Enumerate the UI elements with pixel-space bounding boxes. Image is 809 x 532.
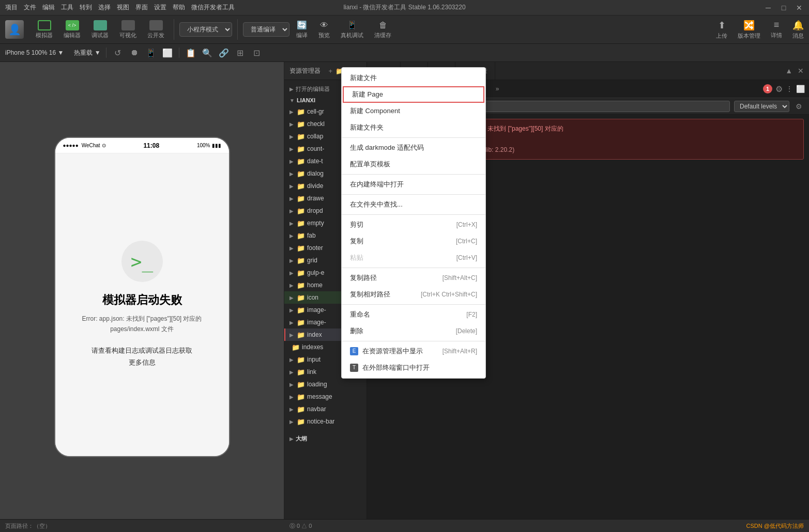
context-menu-sep bbox=[342, 268, 485, 268]
context-menu-gen-darkmode[interactable]: 生成 darkmode 适配代码 bbox=[342, 139, 485, 156]
connect-icon[interactable]: 🔗 bbox=[218, 48, 230, 58]
realtest-button[interactable]: 📱 真机调试 bbox=[337, 19, 368, 41]
devtools-detach-icon[interactable]: ⬜ bbox=[796, 85, 805, 93]
context-menu-open-terminal[interactable]: 在内建终端中打开 bbox=[342, 176, 485, 193]
menu-settings[interactable]: 设置 bbox=[154, 3, 166, 12]
simulator-button[interactable]: 模拟器 bbox=[32, 19, 57, 41]
context-menu-rename[interactable]: 重命名 [F2] bbox=[342, 306, 485, 323]
console-settings-icon[interactable]: ⚙ bbox=[793, 102, 804, 111]
grid-icon[interactable]: ⊞ bbox=[234, 48, 247, 58]
preview-button[interactable]: 👁 预览 bbox=[314, 19, 334, 41]
menu-wechat[interactable]: 微信开发者工具 bbox=[191, 3, 235, 12]
stop-icon[interactable]: ⏺ bbox=[128, 48, 141, 57]
clipboard-icon[interactable]: 📋 bbox=[185, 48, 197, 58]
context-menu-copy[interactable]: 复制 [Ctrl+C] bbox=[342, 233, 485, 249]
devtools-expand-icon[interactable]: ▲ bbox=[785, 67, 792, 75]
list-item[interactable]: ▶📁navbar bbox=[284, 403, 367, 415]
devtools-right-controls: 1 ⚙ ⋮ ⬜ bbox=[759, 84, 809, 94]
secondary-toolbar: iPhone 5 100% 16 ▼ 热重载 ▼ ↺ ⏺ 📱 ⬜ 📋 🔍 🔗 ⊞… bbox=[0, 44, 809, 62]
context-menu-paste[interactable]: 粘贴 [Ctrl+V] bbox=[342, 249, 485, 266]
menu-file[interactable]: 文件 bbox=[24, 3, 36, 12]
detail-button[interactable]: ≡ 详情 bbox=[771, 20, 782, 39]
more-icon[interactable]: ⋮ bbox=[786, 85, 793, 93]
hot-reload-selector[interactable]: 热重载 ▼ bbox=[74, 49, 100, 57]
filetree-title: 资源管理器 bbox=[289, 67, 320, 75]
menu-select[interactable]: 选择 bbox=[98, 3, 111, 12]
path-value: （空） bbox=[34, 522, 51, 530]
secondary-toolbar-icons: ↺ ⏺ 📱 ⬜ bbox=[112, 48, 174, 58]
compile-button[interactable]: 🔄 编译 bbox=[292, 19, 312, 41]
context-menu-delete[interactable]: 删除 [Delete] bbox=[342, 323, 485, 339]
new-file-icon[interactable]: + bbox=[328, 67, 332, 75]
phone-icon[interactable]: 📱 bbox=[145, 48, 157, 58]
menu-project[interactable]: 项目 bbox=[5, 3, 18, 12]
error-title: 模拟器启动失败 bbox=[102, 292, 182, 308]
error-hint: 请查看构建日志或调试器日志获取更多信息 bbox=[91, 345, 192, 369]
context-menu-sep bbox=[342, 214, 485, 215]
phone-signal: ●●●●● WeChat ⊙ bbox=[63, 143, 106, 148]
console-level-selector[interactable]: Default levels bbox=[734, 101, 789, 112]
devtools-tab-controls: ▲ ✕ bbox=[780, 67, 809, 75]
compile-selector[interactable]: 普通编译 bbox=[243, 22, 289, 37]
menu-interface[interactable]: 界面 bbox=[135, 3, 148, 12]
menu-tools[interactable]: 工具 bbox=[61, 3, 73, 12]
error-description: Error: app.json: 未找到 ["pages"][50] 对应的 p… bbox=[66, 314, 219, 334]
minimize-button[interactable]: ─ bbox=[764, 4, 773, 12]
bottom-path-bar: 页面路径： （空） bbox=[0, 519, 284, 532]
menu-edit[interactable]: 编辑 bbox=[42, 3, 55, 12]
settings-icon[interactable]: ⚙ bbox=[775, 84, 783, 94]
phone-battery: 100% ▮▮▮ bbox=[197, 143, 221, 148]
context-menu-new-file[interactable]: 新建文件 bbox=[342, 70, 485, 86]
mode-selector[interactable]: 小程序模式 bbox=[179, 22, 232, 37]
title-bar: 项目 文件 编辑 工具 转到 选择 视图 界面 设置 帮助 微信开发者工具 li… bbox=[0, 0, 809, 15]
maximize-button[interactable]: □ bbox=[779, 4, 788, 12]
main-toolbar: 👤 模拟器 < /> 编辑器 调试器 可视化 云开发 小程序模式 普通编译 🔄 … bbox=[0, 15, 809, 44]
console-filter-input[interactable] bbox=[456, 101, 730, 112]
context-menu-show-explorer[interactable]: E 在资源管理器中显示 [Shift+Alt+R] bbox=[342, 343, 485, 359]
context-menu-open-ext-terminal[interactable]: T 在外部终端窗口中打开 bbox=[342, 359, 485, 376]
list-item[interactable]: ▶📁loading bbox=[284, 378, 367, 390]
context-menu-sep bbox=[342, 137, 485, 138]
window-controls: ─ □ ✕ bbox=[764, 4, 804, 12]
context-menu-copy-rel-path[interactable]: 复制相对路径 [Ctrl+K Ctrl+Shift+C] bbox=[342, 286, 485, 303]
csdn-badge: CSDN @低代码方法师 bbox=[746, 522, 804, 530]
refresh-icon[interactable]: ↺ bbox=[112, 48, 124, 58]
message-button[interactable]: 🔔 消息 bbox=[792, 20, 804, 40]
star-icon[interactable]: ⊡ bbox=[251, 48, 263, 58]
simulator-panel: ●●●●● WeChat ⊙ 11:08 100% ▮▮▮ >_ 模拟器启动失败… bbox=[0, 62, 284, 532]
status-errors: ⓪ 0 △ 0 bbox=[289, 522, 312, 530]
context-menu-new-folder[interactable]: 新建文件夹 bbox=[342, 119, 485, 136]
search-icon[interactable]: 🔍 bbox=[201, 48, 213, 58]
editor-button[interactable]: < /> 编辑器 bbox=[59, 19, 85, 41]
more-tabs-btn[interactable]: » bbox=[492, 85, 503, 92]
menu-view[interactable]: 视图 bbox=[117, 3, 129, 12]
toolbar-right-actions: ⬆ 上传 🔀 版本管理 ≡ 详情 🔔 消息 bbox=[716, 20, 804, 40]
context-menu-copy-path[interactable]: 复制路径 [Shift+Alt+C] bbox=[342, 270, 485, 286]
version-button[interactable]: 🔀 版本管理 bbox=[738, 20, 760, 40]
device-selector[interactable]: iPhone 5 100% 16 ▼ bbox=[5, 49, 64, 56]
context-menu-new-component[interactable]: 新建 Component bbox=[342, 103, 485, 119]
upload-button[interactable]: ⬆ 上传 bbox=[716, 20, 727, 40]
outline-section[interactable]: ▶ 大纲 bbox=[284, 433, 367, 445]
error-count-badge: 1 bbox=[763, 84, 772, 93]
visual-button[interactable]: 可视化 bbox=[115, 19, 141, 41]
menu-goto[interactable]: 转到 bbox=[80, 3, 92, 12]
context-menu: 新建文件 新建 Page 新建 Component 新建文件夹 生成 darkm… bbox=[341, 67, 486, 379]
devtools-close-icon[interactable]: ✕ bbox=[798, 67, 804, 75]
list-item[interactable]: ▶📁notice-bar bbox=[284, 415, 367, 428]
context-menu-config-single[interactable]: 配置单页模板 bbox=[342, 156, 485, 173]
user-avatar[interactable]: 👤 bbox=[5, 20, 24, 39]
debugger-button[interactable]: 调试器 bbox=[87, 19, 113, 41]
context-menu-sep bbox=[342, 194, 485, 195]
path-label: 页面路径： bbox=[5, 522, 34, 530]
context-menu-sep bbox=[342, 341, 485, 341]
clearcache-button[interactable]: 🗑 清缓存 bbox=[370, 19, 395, 41]
menu-help[interactable]: 帮助 bbox=[173, 3, 185, 12]
context-menu-find-in-folder[interactable]: 在文件夹中查找... bbox=[342, 196, 485, 213]
cloud-button[interactable]: 云开发 bbox=[143, 19, 169, 41]
list-item[interactable]: ▶📁message bbox=[284, 390, 367, 403]
context-menu-new-page[interactable]: 新建 Page bbox=[343, 86, 484, 103]
context-menu-cut[interactable]: 剪切 [Ctrl+X] bbox=[342, 216, 485, 233]
close-button[interactable]: ✕ bbox=[795, 4, 804, 12]
copy-screen-icon[interactable]: ⬜ bbox=[161, 48, 174, 58]
